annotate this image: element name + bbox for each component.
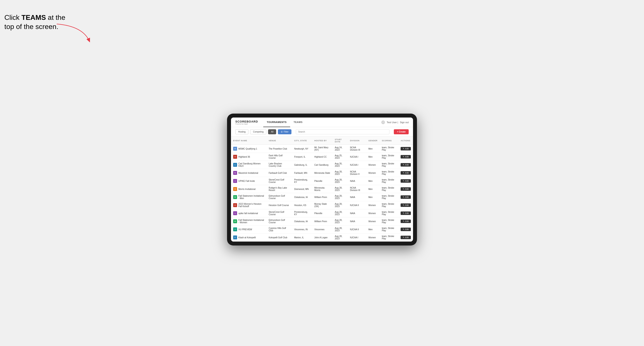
edit-icon-2: ✎ <box>403 164 404 166</box>
edit-button-9[interactable]: ✎ Edit <box>400 219 411 223</box>
cell-actions-5: ✎ Edit <box>398 185 413 193</box>
cell-event-name-8: U upike fall invitational <box>231 209 266 217</box>
cell-division-11: NJCAA I <box>348 233 366 242</box>
edit-button-5[interactable]: ✎ Edit <box>400 187 411 191</box>
tournaments-table: EVENT NAME VENUE CITY, STATE HOSTED BY S… <box>231 137 413 242</box>
cell-event-name-6: W Fall Statesmen Invitational - Men <box>231 193 266 201</box>
cell-gender-1: Men <box>366 153 380 161</box>
logo-title: SCOREBOARD <box>235 120 258 123</box>
cell-scoring-4: team, Stroke Play <box>380 177 399 185</box>
edit-icon-11: ✎ <box>403 236 404 238</box>
tab-tournaments[interactable]: TOURNAMENTS <box>263 118 290 127</box>
team-logo-1: H <box>233 155 237 159</box>
cell-hosted-by-3: Minnesota State <box>312 169 333 177</box>
edit-icon-0: ✎ <box>403 148 404 150</box>
edit-button-1[interactable]: ✎ Edit <box>400 155 411 159</box>
all-filter-button[interactable]: All <box>268 129 276 134</box>
team-logo-7: H <box>233 203 237 207</box>
cell-actions-11: ✎ Edit <box>398 233 413 242</box>
app-header: SCOREBOARD Powered by clippit TOURNAMENT… <box>231 118 413 127</box>
edit-icon-7: ✎ <box>403 204 404 206</box>
event-name-text-2: Carl Sandburg Women FA23 <box>238 163 264 167</box>
table-row: H Highland 36 Park Hills Golf Course Fre… <box>231 153 413 161</box>
event-name-text-9: Fall Statesmen Invitational - Women <box>238 219 264 224</box>
sign-out-link[interactable]: Sign out <box>400 121 409 124</box>
cell-hosted-by-11: John A Logan <box>312 233 333 242</box>
cell-gender-5: Men <box>366 185 380 193</box>
search-input[interactable] <box>296 129 390 134</box>
col-event-name: EVENT NAME <box>231 137 266 145</box>
edit-button-8[interactable]: ✎ Edit <box>400 211 411 215</box>
cell-gender-9: Women <box>366 217 380 225</box>
col-division: DIVISION <box>348 137 366 145</box>
col-venue: VENUE <box>266 137 292 145</box>
team-logo-0: M <box>233 147 237 151</box>
event-name-text-1: Highland 36 <box>238 156 250 158</box>
create-button[interactable]: + Create <box>394 129 409 134</box>
edit-button-6[interactable]: ✎ Edit <box>400 195 411 199</box>
cell-event-name-4: U UPIKE Fall Invite <box>231 177 266 185</box>
cell-hosted-by-2: Carl Sandburg <box>312 161 333 169</box>
cell-division-3: NCAA Division II <box>348 169 366 177</box>
edit-button-3[interactable]: ✎ Edit <box>400 171 411 175</box>
cell-scoring-5: team, Stroke Play <box>380 185 399 193</box>
cell-event-name-11: K Klash at Kokopelli <box>231 233 266 242</box>
col-start-date: START DATE <box>332 137 348 145</box>
edit-button-7[interactable]: ✎ Edit <box>400 203 411 207</box>
edit-button-10[interactable]: ✎ Edit <box>400 228 411 231</box>
table-row: W Fall Statesmen Invitational - Men Edmu… <box>231 193 413 201</box>
cell-actions-1: ✎ Edit <box>398 153 413 161</box>
cell-division-9: NAIA <box>348 217 366 225</box>
edit-button-0[interactable]: ✎ Edit <box>400 147 411 151</box>
cell-start-date-3: Aug 28, 2023 <box>332 169 348 177</box>
edit-button-11[interactable]: ✎ Edit <box>400 236 411 239</box>
table-row: U UPIKE Fall Invite StoneCrest Golf Cour… <box>231 177 413 185</box>
edit-icon-1: ✎ <box>403 156 404 158</box>
cell-event-name-9: W Fall Statesmen Invitational - Women <box>231 217 266 225</box>
edit-icon-3: ✎ <box>403 172 404 174</box>
cell-scoring-9: team, Stroke Play <box>380 217 399 225</box>
edit-icon-6: ✎ <box>403 196 404 198</box>
hosting-filter-button[interactable]: Hosting <box>235 129 248 134</box>
cell-hosted-by-10: Vincennes <box>312 225 333 233</box>
table-row: W Fall Statesmen Invitational - Women Ed… <box>231 217 413 225</box>
table-row: C Carl Sandburg Women FA23 Lake Bracken … <box>231 161 413 169</box>
main-nav: TOURNAMENTS TEAMS <box>263 118 382 127</box>
tab-teams[interactable]: TEAMS <box>290 118 306 127</box>
cell-venue-7: Hesston Golf Course <box>266 201 292 209</box>
cell-division-10: NJCAA II <box>348 225 366 233</box>
edit-button-2[interactable]: ✎ Edit <box>400 163 411 167</box>
cell-city-state-11: Marion, IL <box>292 233 312 242</box>
cell-hosted-by-5: Minnesota-Morris <box>312 185 333 193</box>
cell-division-0: NCAA Division III <box>348 145 366 153</box>
cell-start-date-0: Aug 24, 2023 <box>332 145 348 153</box>
cell-division-6: NAIA <box>348 193 366 201</box>
cell-city-state-1: Freeport, IL <box>292 153 312 161</box>
cell-scoring-2: team, Stroke Play <box>380 161 399 169</box>
edit-icon-5: ✎ <box>403 188 404 190</box>
cell-event-name-3: M Maverick Invitational <box>231 169 266 177</box>
cell-actions-8: ✎ Edit <box>398 209 413 217</box>
table-row: K Klash at Kokopelli Kokopelli Golf Club… <box>231 233 413 242</box>
col-actions: ACTIONS <box>398 137 413 145</box>
edit-button-4[interactable]: ✎ Edit <box>400 179 411 183</box>
col-gender: GENDER <box>366 137 380 145</box>
cell-event-name-2: C Carl Sandburg Women FA23 <box>231 161 266 169</box>
cell-venue-5: Ruttger's Bay Lake Resort <box>266 185 292 193</box>
filter-icon: ☰ <box>281 131 283 133</box>
cell-actions-6: ✎ Edit <box>398 193 413 201</box>
filter-button[interactable]: ☰ Filter <box>278 129 291 134</box>
filter-label: Filter <box>284 131 288 133</box>
settings-icon[interactable] <box>382 121 385 124</box>
cell-start-date-4: Aug 28, 2023 <box>332 177 348 185</box>
table-header-row: EVENT NAME VENUE CITY, STATE HOSTED BY S… <box>231 137 413 145</box>
competing-filter-button[interactable]: Competing <box>250 129 266 134</box>
cell-city-state-10: Vincennes, IN <box>292 225 312 233</box>
col-scoring: SCORING <box>380 137 399 145</box>
event-name-text-3: Maverick Invitational <box>238 172 258 174</box>
cell-actions-2: ✎ Edit <box>398 161 413 169</box>
cell-city-state-2: Galesburg, IL <box>292 161 312 169</box>
event-name-text-7: 2023 Women's Hesston Fall Kickoff <box>238 203 264 207</box>
cell-scoring-8: team, Stroke Play <box>380 209 399 217</box>
cell-division-8: NAIA <box>348 209 366 217</box>
